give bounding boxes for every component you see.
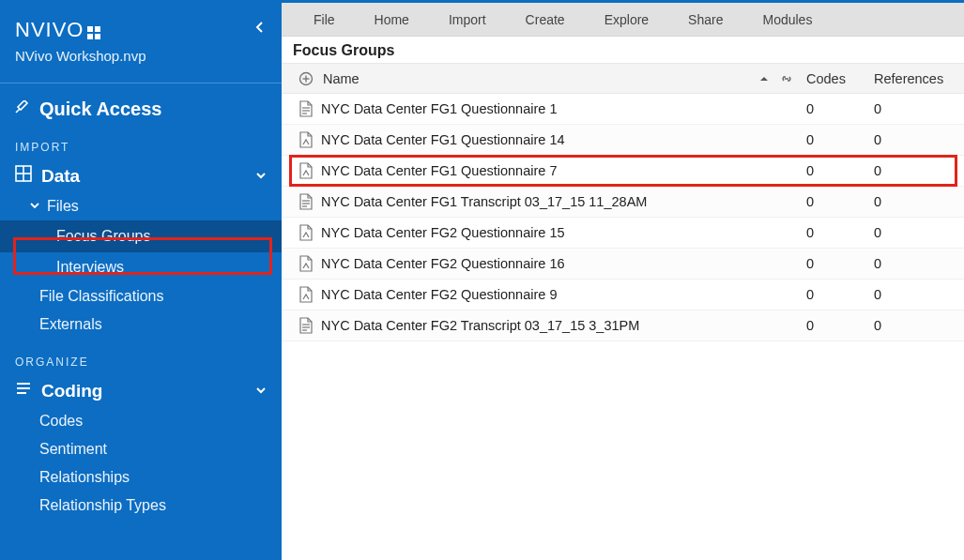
quick-access-button[interactable]: Quick Access bbox=[0, 95, 282, 124]
logo-grid-icon bbox=[87, 23, 102, 38]
sidebar-item-codes[interactable]: Codes bbox=[0, 407, 282, 435]
codes-count: 0 bbox=[801, 194, 868, 209]
file-list: NYC Data Center FG1 Questionnaire 100NYC… bbox=[282, 94, 964, 341]
link-icon bbox=[773, 72, 801, 85]
sidebar-item-interviews-label: Interviews bbox=[56, 259, 124, 275]
sidebar-item-sentiment-label: Sentiment bbox=[39, 441, 107, 458]
column-header-codes[interactable]: Codes bbox=[801, 71, 868, 86]
codes-count: 0 bbox=[801, 132, 868, 147]
add-item-button[interactable] bbox=[291, 71, 321, 86]
codes-count: 0 bbox=[801, 318, 868, 333]
codes-count: 0 bbox=[801, 163, 868, 178]
sidebar-item-file-classifications-label: File Classifications bbox=[39, 288, 163, 305]
panel-title: Focus Groups bbox=[282, 37, 964, 63]
nav-group-coding-label: Coding bbox=[41, 381, 102, 401]
pdf-file-icon bbox=[291, 131, 321, 148]
list-header: Name Codes References bbox=[282, 63, 964, 94]
column-header-references[interactable]: References bbox=[868, 71, 956, 86]
table-row[interactable]: NYC Data Center FG1 Questionnaire 700 bbox=[282, 156, 964, 187]
project-file-name: NVivo Workshop.nvp bbox=[15, 48, 267, 64]
references-count: 0 bbox=[868, 132, 956, 147]
app-name: NVIVO bbox=[15, 18, 84, 42]
table-row[interactable]: NYC Data Center FG1 Questionnaire 100 bbox=[282, 94, 964, 125]
ribbon: File Home Import Create Explore Share Mo… bbox=[282, 3, 964, 37]
nav-group-data[interactable]: Data bbox=[0, 159, 282, 192]
file-name: NYC Data Center FG2 Transcript 03_17_15 … bbox=[321, 318, 748, 333]
svg-rect-0 bbox=[87, 26, 93, 32]
table-row[interactable]: NYC Data Center FG2 Questionnaire 1500 bbox=[282, 218, 964, 249]
chevron-down-icon bbox=[255, 384, 267, 399]
references-count: 0 bbox=[868, 101, 956, 116]
ribbon-tab-explore[interactable]: Explore bbox=[599, 8, 654, 31]
codes-count: 0 bbox=[801, 225, 868, 240]
app-logo: NVIVO bbox=[15, 18, 267, 42]
chevron-down-icon bbox=[30, 201, 39, 212]
sidebar-item-relationship-types[interactable]: Relationship Types bbox=[0, 492, 282, 520]
sidebar-item-focus-groups-label: Focus Groups bbox=[56, 228, 150, 244]
sidebar-item-interviews[interactable]: Interviews bbox=[0, 252, 282, 282]
sidebar-item-files[interactable]: Files bbox=[0, 192, 282, 220]
file-name: NYC Data Center FG1 Transcript 03_17_15 … bbox=[321, 194, 748, 209]
doc-file-icon bbox=[291, 193, 321, 210]
table-row[interactable]: NYC Data Center FG1 Questionnaire 1400 bbox=[282, 125, 964, 156]
svg-rect-3 bbox=[95, 34, 100, 39]
pdf-file-icon bbox=[291, 224, 321, 241]
file-name: NYC Data Center FG1 Questionnaire 1 bbox=[321, 101, 748, 116]
sidebar-item-focus-groups[interactable]: Focus Groups bbox=[0, 220, 282, 252]
codes-count: 0 bbox=[801, 287, 868, 302]
table-row[interactable]: NYC Data Center FG1 Transcript 03_17_15 … bbox=[282, 187, 964, 218]
collapse-sidebar-button[interactable] bbox=[253, 21, 267, 38]
codes-count: 0 bbox=[801, 256, 868, 271]
sidebar-item-file-classifications[interactable]: File Classifications bbox=[0, 282, 282, 310]
ribbon-tab-import[interactable]: Import bbox=[443, 8, 492, 31]
main-panel: File Home Import Create Explore Share Mo… bbox=[282, 0, 964, 560]
pdf-file-icon bbox=[291, 255, 321, 272]
pdf-file-icon bbox=[291, 286, 321, 303]
table-row[interactable]: NYC Data Center FG2 Questionnaire 1600 bbox=[282, 249, 964, 280]
doc-file-icon bbox=[291, 317, 321, 334]
sort-ascending-icon bbox=[748, 74, 773, 83]
svg-rect-2 bbox=[87, 34, 93, 39]
ribbon-tab-modules[interactable]: Modules bbox=[757, 8, 818, 31]
data-icon bbox=[15, 165, 32, 187]
sidebar-item-sentiment[interactable]: Sentiment bbox=[0, 435, 282, 463]
sidebar-item-files-label: Files bbox=[47, 198, 79, 215]
references-count: 0 bbox=[868, 256, 956, 271]
references-count: 0 bbox=[868, 163, 956, 178]
section-import-label: IMPORT bbox=[0, 124, 282, 159]
sidebar-item-codes-label: Codes bbox=[39, 413, 83, 430]
nav-group-coding[interactable]: Coding bbox=[0, 374, 282, 407]
codes-count: 0 bbox=[801, 101, 868, 116]
sidebar: NVIVO NVivo Workshop.nvp Quick Access IM… bbox=[0, 0, 282, 560]
divider bbox=[0, 83, 282, 83]
pin-icon bbox=[15, 98, 30, 120]
file-name: NYC Data Center FG2 Questionnaire 9 bbox=[321, 287, 748, 302]
ribbon-tab-file[interactable]: File bbox=[308, 8, 341, 31]
coding-icon bbox=[15, 380, 32, 401]
sidebar-item-externals-label: Externals bbox=[39, 316, 102, 333]
ribbon-tab-create[interactable]: Create bbox=[520, 8, 571, 31]
file-name: NYC Data Center FG1 Questionnaire 14 bbox=[321, 132, 748, 147]
file-name: NYC Data Center FG2 Questionnaire 15 bbox=[321, 225, 748, 240]
ribbon-tab-home[interactable]: Home bbox=[369, 8, 415, 31]
references-count: 0 bbox=[868, 287, 956, 302]
doc-file-icon bbox=[291, 100, 321, 117]
table-row[interactable]: NYC Data Center FG2 Questionnaire 900 bbox=[282, 280, 964, 310]
nav-group-data-label: Data bbox=[41, 166, 80, 187]
section-organize-label: ORGANIZE bbox=[0, 339, 282, 374]
file-name: NYC Data Center FG1 Questionnaire 7 bbox=[321, 163, 748, 178]
sidebar-item-relationships[interactable]: Relationships bbox=[0, 463, 282, 492]
svg-rect-1 bbox=[95, 26, 100, 32]
sidebar-item-externals[interactable]: Externals bbox=[0, 310, 282, 339]
file-name: NYC Data Center FG2 Questionnaire 16 bbox=[321, 256, 748, 271]
pdf-file-icon bbox=[291, 162, 321, 179]
references-count: 0 bbox=[868, 194, 956, 209]
references-count: 0 bbox=[868, 225, 956, 240]
table-row[interactable]: NYC Data Center FG2 Transcript 03_17_15 … bbox=[282, 310, 964, 341]
sidebar-header: NVIVO NVivo Workshop.nvp bbox=[0, 3, 282, 71]
chevron-down-icon bbox=[255, 169, 267, 184]
quick-access-label: Quick Access bbox=[39, 98, 161, 120]
sidebar-item-relationship-types-label: Relationship Types bbox=[39, 497, 166, 514]
column-header-name[interactable]: Name bbox=[321, 71, 748, 86]
ribbon-tab-share[interactable]: Share bbox=[682, 8, 728, 31]
